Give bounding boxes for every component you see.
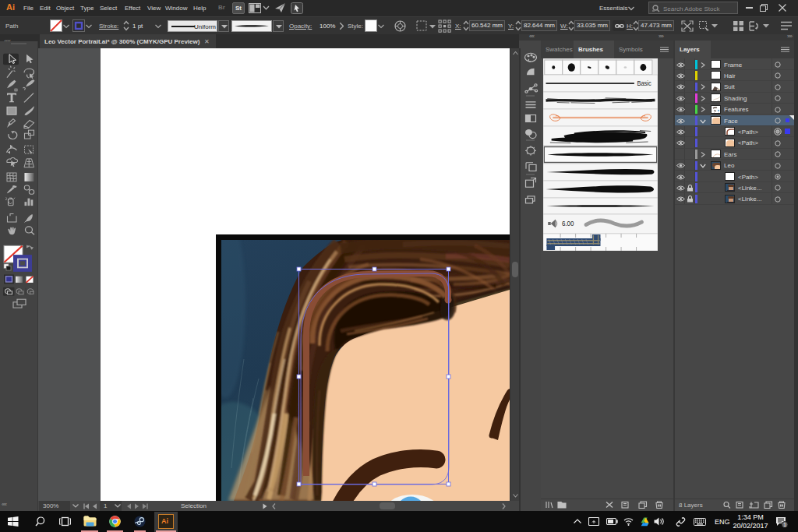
svg-text:8 Layers: 8 Layers	[679, 502, 703, 509]
svg-text:Basic: Basic	[637, 80, 651, 88]
svg-text:6.00: 6.00	[562, 220, 574, 228]
svg-text:1: 1	[783, 522, 786, 527]
